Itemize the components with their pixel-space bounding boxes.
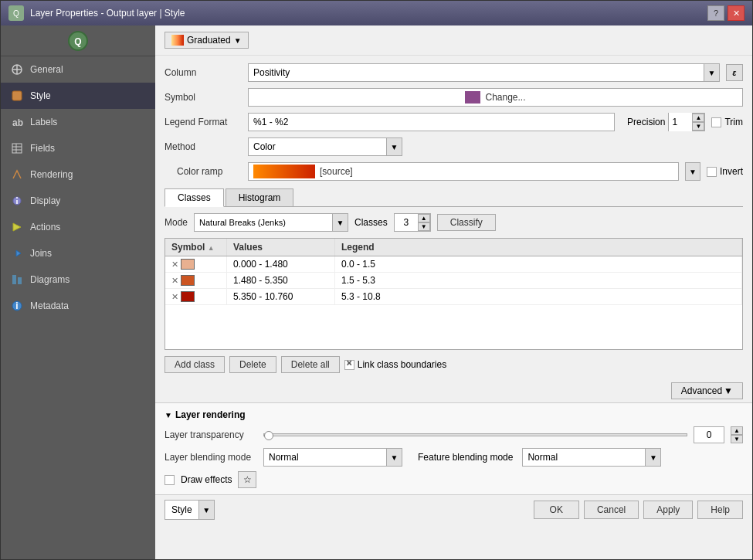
classes-down-button[interactable]: ▼ bbox=[418, 222, 430, 231]
trim-checkbox[interactable] bbox=[711, 117, 721, 127]
advanced-button[interactable]: Advanced ▼ bbox=[671, 382, 743, 399]
diagrams-icon bbox=[10, 273, 24, 287]
sidebar-item-actions[interactable]: Actions bbox=[1, 214, 155, 240]
help-window-button[interactable]: ? bbox=[707, 5, 724, 21]
precision-input[interactable]: 1 bbox=[669, 113, 692, 131]
symbol-preview: Change... bbox=[248, 88, 743, 107]
link-boundaries-checkbox[interactable]: ✕ bbox=[344, 360, 354, 370]
classify-button[interactable]: Classify bbox=[437, 214, 496, 231]
transparency-up-btn[interactable]: ▲ bbox=[731, 426, 743, 435]
sidebar-item-general[interactable]: General bbox=[1, 56, 155, 83]
sidebar-item-labels[interactable]: abc Labels bbox=[1, 109, 155, 135]
classes-table: Symbol ▲ Values Legend ✕ 0.000 - 1.48 bbox=[165, 238, 743, 350]
help-button[interactable]: Help bbox=[697, 501, 743, 519]
symbol-color-swatch bbox=[465, 91, 480, 104]
transparency-thumb bbox=[264, 431, 273, 440]
transparency-slider[interactable] bbox=[263, 433, 687, 436]
table-actions: Add class Delete Delete all ✕ Link class… bbox=[165, 356, 743, 373]
section-arrow-icon: ▼ bbox=[165, 411, 172, 419]
classes-spinners: ▲ ▼ bbox=[418, 214, 430, 231]
td-values-1: 0.000 - 1.480 bbox=[227, 256, 335, 272]
sidebar-item-joins[interactable]: Joins bbox=[1, 240, 155, 266]
draw-effects-checkbox[interactable] bbox=[165, 475, 175, 485]
graduated-dropdown[interactable]: Graduated ▼ bbox=[165, 32, 249, 49]
sidebar-logo: Q bbox=[1, 25, 155, 56]
table-row[interactable]: ✕ 1.480 - 5.350 1.5 - 5.3 bbox=[165, 273, 742, 289]
delete-button[interactable]: Delete bbox=[229, 356, 276, 373]
invert-checkbox[interactable] bbox=[707, 167, 717, 177]
td-values-2: 1.480 - 5.350 bbox=[227, 273, 335, 288]
joins-icon bbox=[10, 246, 24, 260]
td-values-3: 5.350 - 10.760 bbox=[227, 289, 335, 304]
trim-group: Trim bbox=[711, 117, 743, 127]
row1-color-swatch bbox=[181, 259, 195, 270]
sidebar-item-metadata[interactable]: i Metadata bbox=[1, 293, 155, 319]
add-class-button[interactable]: Add class bbox=[165, 356, 225, 373]
row3-x-icon: ✕ bbox=[171, 292, 178, 302]
rendering-icon bbox=[10, 168, 24, 182]
classes-count-input[interactable]: 3 bbox=[395, 216, 418, 229]
style-combo[interactable]: Style ▼ bbox=[165, 500, 215, 520]
tab-classes[interactable]: Classes bbox=[165, 188, 224, 207]
link-boundaries-group: ✕ Link class boundaries bbox=[344, 356, 446, 373]
th-symbol: Symbol ▲ bbox=[165, 239, 227, 256]
tab-histogram[interactable]: Histogram bbox=[226, 188, 294, 206]
precision-label: Precision bbox=[627, 117, 665, 127]
graduated-label: Graduated bbox=[187, 35, 231, 46]
column-expression-button[interactable]: ε bbox=[726, 64, 743, 81]
method-row: Method Color ▼ bbox=[165, 137, 743, 156]
sidebar-item-display[interactable]: Display bbox=[1, 188, 155, 214]
color-ramp-arrow[interactable]: ▼ bbox=[685, 162, 700, 181]
cancel-button[interactable]: Cancel bbox=[584, 501, 639, 519]
sidebar-item-fields[interactable]: Fields bbox=[1, 135, 155, 161]
precision-spinners: ▲ ▼ bbox=[692, 114, 704, 131]
table-row[interactable]: ✕ 0.000 - 1.480 0.0 - 1.5 bbox=[165, 256, 742, 273]
sidebar-item-diagrams[interactable]: Diagrams bbox=[1, 266, 155, 293]
star-icon: ☆ bbox=[243, 474, 252, 485]
transparency-down-btn[interactable]: ▼ bbox=[731, 435, 743, 443]
td-symbol-3: ✕ bbox=[165, 289, 227, 304]
change-button[interactable]: Change... bbox=[485, 92, 525, 103]
general-icon bbox=[10, 63, 24, 76]
mode-value: Natural Breaks (Jenks) bbox=[195, 216, 332, 229]
column-value: Positivity bbox=[249, 66, 704, 80]
legend-format-label: Legend Format bbox=[165, 117, 242, 127]
mode-arrow[interactable]: ▼ bbox=[332, 214, 348, 231]
precision-up-button[interactable]: ▲ bbox=[692, 114, 704, 122]
style-combo-arrow[interactable]: ▼ bbox=[198, 501, 214, 519]
classes-up-button[interactable]: ▲ bbox=[418, 214, 430, 222]
draw-effects-label: Draw effects bbox=[181, 474, 232, 485]
column-combo[interactable]: Positivity ▼ bbox=[248, 63, 720, 82]
window-controls: ? ✕ bbox=[707, 5, 745, 21]
feature-blend-arrow[interactable]: ▼ bbox=[645, 449, 660, 466]
svg-text:abc: abc bbox=[12, 117, 23, 128]
column-dropdown-arrow[interactable]: ▼ bbox=[704, 64, 719, 81]
section-header: ▼ Layer rendering bbox=[165, 409, 743, 420]
right-panel: Graduated ▼ Column Positivity ▼ ε bbox=[155, 25, 752, 559]
svg-rect-18 bbox=[18, 277, 22, 284]
advanced-arrow-icon: ▼ bbox=[724, 385, 733, 396]
ok-button[interactable]: OK bbox=[534, 501, 579, 519]
method-arrow[interactable]: ▼ bbox=[386, 138, 402, 155]
qgis-logo-icon: Q bbox=[8, 5, 24, 21]
sidebar-item-rendering[interactable]: Rendering bbox=[1, 161, 155, 188]
method-combo[interactable]: Color ▼ bbox=[248, 137, 402, 156]
mode-row: Mode Natural Breaks (Jenks) ▼ Classes 3 … bbox=[165, 213, 743, 232]
feature-blend-label: Feature blending mode bbox=[418, 452, 513, 463]
layer-blend-combo[interactable]: Normal ▼ bbox=[263, 448, 402, 467]
delete-all-button[interactable]: Delete all bbox=[281, 356, 340, 373]
properties-area: Column Positivity ▼ ε Symbol Change... bbox=[155, 56, 752, 188]
sidebar-metadata-label: Metadata bbox=[30, 300, 69, 311]
sidebar-item-style[interactable]: Style bbox=[1, 83, 155, 109]
table-row[interactable]: ✕ 5.350 - 10.760 5.3 - 10.8 bbox=[165, 289, 742, 305]
star-button[interactable]: ☆ bbox=[238, 471, 256, 488]
precision-down-button[interactable]: ▼ bbox=[692, 122, 704, 131]
classes-area: Mode Natural Breaks (Jenks) ▼ Classes 3 … bbox=[155, 207, 752, 379]
mode-combo[interactable]: Natural Breaks (Jenks) ▼ bbox=[194, 213, 348, 232]
feature-blend-combo[interactable]: Normal ▼ bbox=[522, 448, 661, 467]
sidebar-fields-label: Fields bbox=[30, 143, 55, 154]
legend-format-input[interactable]: %1 - %2 bbox=[248, 113, 615, 131]
close-window-button[interactable]: ✕ bbox=[728, 5, 745, 21]
layer-blend-arrow[interactable]: ▼ bbox=[386, 449, 402, 466]
apply-button[interactable]: Apply bbox=[643, 501, 693, 519]
